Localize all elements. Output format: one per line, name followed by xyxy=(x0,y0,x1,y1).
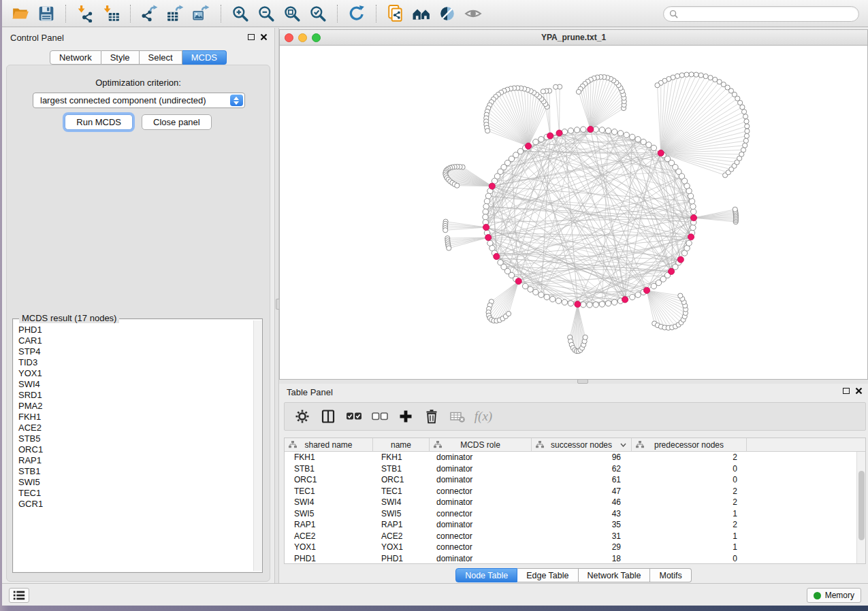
cell-shared-name[interactable]: TEC1 xyxy=(285,486,373,497)
table-row[interactable]: YOX1 YOX1 connector 29 1 xyxy=(285,542,865,553)
cell-name[interactable]: ORC1 xyxy=(373,474,430,486)
cell-predecessor-nodes[interactable]: 2 xyxy=(632,452,747,463)
run-mcds-button[interactable]: Run MCDS xyxy=(65,114,133,130)
mcds-result-item[interactable]: SWI5 xyxy=(18,477,253,488)
mcds-result-item[interactable]: PMA2 xyxy=(18,401,253,412)
tab-mcds[interactable]: MCDS xyxy=(182,50,227,65)
mcds-result-item[interactable]: TID3 xyxy=(18,357,253,368)
cell-shared-name[interactable]: ORC1 xyxy=(285,474,373,486)
tab-edge-table[interactable]: Edge Table xyxy=(517,568,578,582)
cell-successor-nodes[interactable]: 96 xyxy=(532,452,632,463)
column-header-mcds-role[interactable]: MCDS role xyxy=(430,438,532,452)
vertical-splitter[interactable] xyxy=(274,28,279,584)
mcds-result-item[interactable]: STB5 xyxy=(18,433,253,444)
import-network-button[interactable] xyxy=(74,2,97,25)
table-row[interactable]: TEC1 TEC1 connector 47 2 xyxy=(285,486,865,497)
import-table-button[interactable] xyxy=(99,2,123,25)
unselect-all-columns-button[interactable] xyxy=(369,406,391,427)
cell-shared-name[interactable]: SWI4 xyxy=(285,497,373,508)
cell-mcds-role[interactable]: dominator xyxy=(430,463,532,475)
tab-network-table[interactable]: Network Table xyxy=(579,568,651,582)
task-history-button[interactable] xyxy=(9,588,29,603)
float-panel-icon[interactable] xyxy=(248,34,255,40)
column-header-shared-name[interactable]: shared name xyxy=(285,438,373,452)
cell-name[interactable]: PHD1 xyxy=(373,553,430,565)
cell-shared-name[interactable]: FKH1 xyxy=(285,452,373,463)
function-builder-button[interactable]: f(x) xyxy=(472,406,494,427)
cell-mcds-role[interactable]: connector xyxy=(430,542,532,553)
cytoscape-home-button[interactable] xyxy=(410,2,433,25)
cell-predecessor-nodes[interactable]: 2 xyxy=(632,486,747,497)
cell-predecessor-nodes[interactable]: 2 xyxy=(632,497,747,508)
select-all-columns-button[interactable] xyxy=(343,406,365,427)
column-header-name[interactable]: name xyxy=(373,438,430,452)
cell-mcds-role[interactable]: connector xyxy=(430,531,532,542)
share-document-button[interactable] xyxy=(384,2,407,25)
tab-network[interactable]: Network xyxy=(50,50,101,65)
close-panel-button[interactable]: Close panel xyxy=(142,114,212,130)
network-canvas[interactable] xyxy=(280,46,867,379)
cell-name[interactable]: SWI4 xyxy=(373,497,430,508)
table-settings-button[interactable] xyxy=(291,406,313,427)
cell-shared-name[interactable]: STB1 xyxy=(285,463,373,475)
show-columns-button[interactable] xyxy=(317,406,339,427)
splitter-grip[interactable] xyxy=(577,379,588,384)
column-header-successor-nodes[interactable]: successor nodes xyxy=(532,438,632,452)
cell-predecessor-nodes[interactable]: 0 xyxy=(632,474,747,486)
cell-shared-name[interactable]: ACE2 xyxy=(285,531,373,542)
float-panel-icon[interactable] xyxy=(843,388,850,394)
zoom-out-button[interactable] xyxy=(255,2,278,25)
refresh-view-button[interactable] xyxy=(345,2,368,25)
table-row[interactable]: SWI5 SWI5 connector 43 1 xyxy=(285,508,865,520)
cell-predecessor-nodes[interactable]: 0 xyxy=(632,463,747,475)
cell-successor-nodes[interactable]: 31 xyxy=(532,531,632,542)
tab-motifs[interactable]: Motifs xyxy=(650,568,691,582)
table-scrollbar-thumb[interactable] xyxy=(858,471,865,540)
mcds-result-item[interactable]: SWI4 xyxy=(18,379,253,390)
cell-successor-nodes[interactable]: 62 xyxy=(532,463,632,475)
table-row[interactable]: PHD1 PHD1 dominator 18 0 xyxy=(285,553,865,565)
cell-predecessor-nodes[interactable]: 1 xyxy=(632,508,747,520)
zoom-in-button[interactable] xyxy=(229,2,252,25)
cell-name[interactable]: SWI5 xyxy=(373,508,430,520)
cell-mcds-role[interactable]: dominator xyxy=(430,553,532,565)
cell-shared-name[interactable]: RAP1 xyxy=(285,519,373,531)
mcds-result-item[interactable]: CAR1 xyxy=(18,335,253,346)
cell-shared-name[interactable]: SWI5 xyxy=(285,508,373,520)
zoom-fit-button[interactable] xyxy=(280,2,304,25)
search-input[interactable] xyxy=(681,8,858,20)
table-scrollbar[interactable] xyxy=(856,452,865,563)
network-window-titlebar[interactable]: YPA_prune.txt_1 xyxy=(280,30,867,46)
tab-node-table[interactable]: Node Table xyxy=(455,568,517,582)
cell-name[interactable]: FKH1 xyxy=(373,452,430,463)
delete-columns-button[interactable] xyxy=(421,406,443,427)
mcds-result-item[interactable]: RAP1 xyxy=(18,455,253,466)
show-hide-graphics-details-button[interactable] xyxy=(462,2,485,25)
cell-predecessor-nodes[interactable]: 2 xyxy=(632,519,747,531)
cell-mcds-role[interactable]: connector xyxy=(430,486,532,497)
close-panel-icon[interactable] xyxy=(855,387,863,395)
mcds-result-item[interactable]: ACE2 xyxy=(18,423,253,433)
close-panel-icon[interactable] xyxy=(260,33,268,41)
mcds-result-item[interactable]: STB1 xyxy=(18,466,253,477)
cell-name[interactable]: YOX1 xyxy=(373,542,430,553)
cell-mcds-role[interactable]: dominator xyxy=(430,497,532,508)
mcds-result-item[interactable]: GCR1 xyxy=(18,499,253,510)
export-table-button[interactable] xyxy=(164,2,187,25)
cell-successor-nodes[interactable]: 35 xyxy=(532,519,632,531)
cell-shared-name[interactable]: YOX1 xyxy=(285,542,373,553)
cell-mcds-role[interactable]: connector xyxy=(430,508,532,520)
network-graph[interactable] xyxy=(280,46,867,379)
table-row[interactable]: ORC1 ORC1 dominator 61 0 xyxy=(285,474,865,486)
optimization-criterion-select[interactable]: largest connected component (undirected) xyxy=(33,93,245,108)
table-row[interactable]: FKH1 FKH1 dominator 96 2 xyxy=(285,452,865,463)
tab-select[interactable]: Select xyxy=(140,50,182,65)
cell-successor-nodes[interactable]: 43 xyxy=(532,508,632,520)
tab-style[interactable]: Style xyxy=(101,50,140,65)
mcds-result-item[interactable]: FKH1 xyxy=(18,412,253,423)
cell-name[interactable]: STB1 xyxy=(373,463,430,475)
cell-mcds-role[interactable]: dominator xyxy=(430,474,532,486)
cell-successor-nodes[interactable]: 47 xyxy=(532,486,632,497)
mcds-result-item[interactable]: PHD1 xyxy=(18,325,253,335)
mcds-result-item[interactable]: SRD1 xyxy=(18,390,253,401)
